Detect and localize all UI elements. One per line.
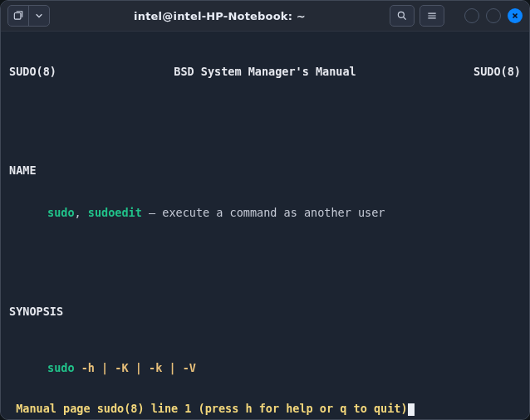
tab-dropdown-button[interactable] <box>29 6 49 26</box>
titlebar: intel@intel-HP-Notebook: ~ <box>1 1 529 32</box>
man-header-right: SUDO(8) <box>474 65 521 79</box>
section-name: NAME <box>9 164 521 178</box>
new-tab-button[interactable] <box>8 6 28 26</box>
syn-1: sudo -h | -K | -k | -V <box>9 361 521 375</box>
man-header: SUDO(8) BSD System Manager's Manual SUDO… <box>9 65 521 79</box>
cursor-icon <box>408 403 415 416</box>
maximize-button[interactable] <box>486 8 501 23</box>
window-title: intel@intel-HP-Notebook: ~ <box>55 10 385 22</box>
minimize-button[interactable] <box>464 8 479 23</box>
hamburger-menu-button[interactable] <box>420 5 444 27</box>
search-button[interactable] <box>390 5 415 27</box>
svg-rect-0 <box>14 13 21 20</box>
man-header-left: SUDO(8) <box>9 65 56 79</box>
terminal-window: intel@intel-HP-Notebook: ~ SUDO(8) BSD S… <box>0 0 530 420</box>
svg-point-1 <box>398 12 404 17</box>
close-button[interactable] <box>508 8 523 23</box>
syn-2: sudo -v [-ABknS] [-g group] [-h host] [-… <box>9 418 521 419</box>
tab-controls <box>7 5 50 27</box>
section-synopsis: SYNOPSIS <box>9 305 521 319</box>
terminal-content[interactable]: SUDO(8) BSD System Manager's Manual SUDO… <box>1 32 529 419</box>
pager-status: Manual page sudo(8) line 1 (press h for … <box>9 402 521 416</box>
name-line: sudo, sudoedit — execute a command as an… <box>9 206 521 220</box>
man-header-center: BSD System Manager's Manual <box>174 65 356 79</box>
